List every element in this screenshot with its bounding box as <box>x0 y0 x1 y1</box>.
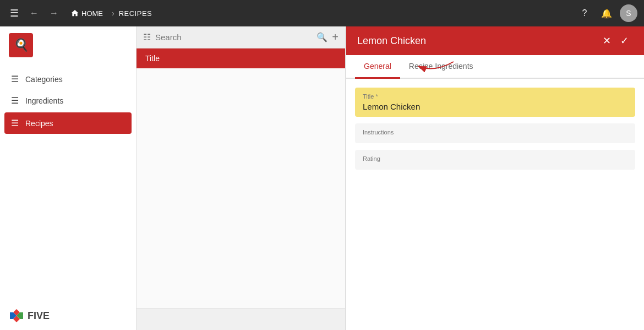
detail-body: Title * Lemon Chicken Instructions Ratin… <box>346 79 644 178</box>
notifications-button[interactable]: 🔔 <box>598 4 615 22</box>
title-field-value: Lemon Chicken <box>363 102 627 111</box>
help-button[interactable]: ? <box>576 4 593 22</box>
sidebar: 🍳 ☰ Categories ☰ Ingredients ☰ Recipes <box>0 26 137 330</box>
sidebar-item-recipes[interactable]: ☰ Recipes <box>4 112 132 134</box>
sidebar-footer: FIVE <box>0 301 136 330</box>
list-panel: ☷ 🔍 + Title <box>137 26 346 330</box>
title-field-label: Title * <box>363 93 627 100</box>
home-nav-item[interactable]: HOME <box>66 7 107 20</box>
breadcrumb-recipes: RECIPES <box>119 9 152 18</box>
main-layout: 🍳 ☰ Categories ☰ Ingredients ☰ Recipes <box>0 26 644 330</box>
list-header: Title <box>137 48 345 68</box>
filter-icon[interactable]: ☷ <box>143 32 151 42</box>
top-navigation: ☰ ← → HOME › RECIPES ? 🔔 S <box>0 0 644 26</box>
tab-general-label: General <box>364 62 391 71</box>
five-logo-icon <box>9 308 24 323</box>
ingredients-icon: ☰ <box>11 95 19 106</box>
title-field[interactable]: Title * Lemon Chicken <box>355 88 635 117</box>
breadcrumb-separator: › <box>112 9 114 18</box>
sidebar-logo: 🍳 <box>0 26 136 64</box>
rating-field-label: Rating <box>363 155 627 162</box>
confirm-detail-button[interactable]: ✓ <box>615 32 633 50</box>
detail-header: Lemon Chicken ✕ ✓ <box>346 26 644 55</box>
close-detail-button[interactable]: ✕ <box>598 32 615 50</box>
sidebar-item-categories-label: Categories <box>25 75 63 84</box>
categories-icon: ☰ <box>11 74 19 84</box>
search-input[interactable] <box>155 33 312 42</box>
app-logo: 🍳 <box>9 33 33 57</box>
detail-panel: Lemon Chicken ✕ ✓ General Recipe Ingredi… <box>346 26 644 330</box>
forward-button[interactable]: → <box>46 6 62 20</box>
list-footer <box>137 308 345 330</box>
sidebar-nav: ☰ Categories ☰ Ingredients ☰ Recipes <box>0 64 136 301</box>
add-record-button[interactable]: + <box>332 31 339 44</box>
list-title-column: Title <box>145 54 160 63</box>
detail-tabs: General Recipe Ingredients <box>346 55 644 79</box>
detail-title: Lemon Chicken <box>357 35 598 47</box>
tab-general[interactable]: General <box>355 55 400 79</box>
user-avatar[interactable]: S <box>620 4 637 22</box>
instructions-field-label: Instructions <box>363 129 627 136</box>
tab-recipe-ingredients[interactable]: Recipe Ingredients <box>400 55 482 79</box>
tabs-container: General Recipe Ingredients <box>346 55 644 79</box>
instructions-field[interactable]: Instructions <box>355 123 635 143</box>
search-icon[interactable]: 🔍 <box>316 32 328 42</box>
sidebar-item-ingredients-label: Ingredients <box>25 96 63 105</box>
home-label: HOME <box>81 9 103 18</box>
recipes-icon: ☰ <box>11 118 19 128</box>
back-button[interactable]: ← <box>26 6 42 20</box>
tab-recipe-ingredients-label: Recipe Ingredients <box>409 62 473 71</box>
sidebar-item-categories[interactable]: ☰ Categories <box>0 68 136 90</box>
search-bar: ☷ 🔍 + <box>137 26 345 48</box>
list-body <box>137 68 345 308</box>
five-logo: FIVE <box>9 308 50 323</box>
sidebar-item-ingredients[interactable]: ☰ Ingredients <box>0 90 136 111</box>
rating-field[interactable]: Rating <box>355 150 635 170</box>
five-logo-text: FIVE <box>28 310 50 322</box>
sidebar-item-recipes-label: Recipes <box>25 119 53 128</box>
menu-icon[interactable]: ☰ <box>7 5 22 21</box>
